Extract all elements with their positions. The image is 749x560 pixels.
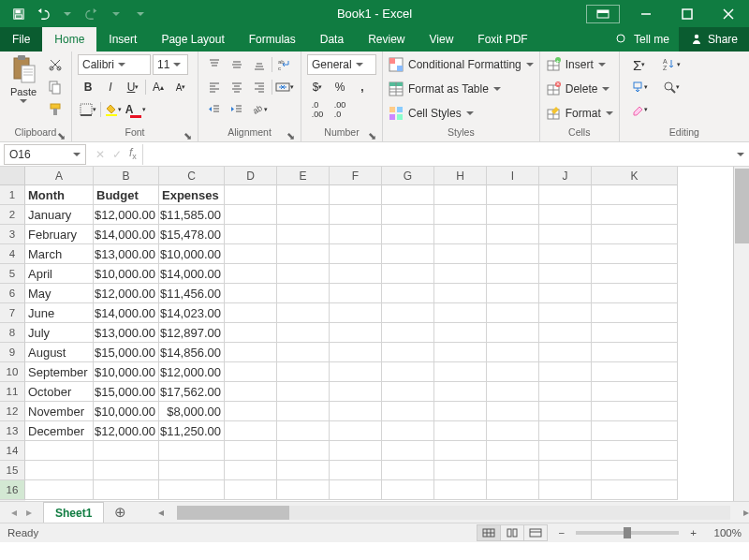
- cell-F14[interactable]: [330, 441, 382, 461]
- ribbon-display-options[interactable]: [586, 5, 620, 23]
- clear-button[interactable]: ▾: [625, 99, 654, 120]
- cell-G15[interactable]: [382, 461, 434, 480]
- cell-F10[interactable]: [330, 362, 382, 382]
- cell-I6[interactable]: [487, 284, 539, 303]
- cell-I13[interactable]: [487, 421, 539, 441]
- tab-data[interactable]: Data: [308, 27, 356, 52]
- cell-K16[interactable]: [592, 480, 678, 500]
- cell-F5[interactable]: [330, 264, 382, 284]
- cell-B12[interactable]: $10,000.00: [94, 402, 159, 421]
- cell-H7[interactable]: [434, 303, 487, 323]
- cell-E11[interactable]: [277, 382, 330, 402]
- cell-C12[interactable]: $8,000.00: [159, 402, 225, 421]
- cell-D15[interactable]: [225, 461, 277, 480]
- cell-G5[interactable]: [382, 264, 434, 284]
- decrease-decimal-button[interactable]: .00.0: [330, 99, 350, 120]
- horizontal-scrollbar[interactable]: [177, 506, 730, 520]
- tab-insert[interactable]: Insert: [96, 27, 149, 52]
- accounting-format-button[interactable]: $▾: [307, 77, 328, 97]
- cell-E4[interactable]: [277, 244, 330, 264]
- cell-F7[interactable]: [330, 303, 382, 323]
- cell-D1[interactable]: [225, 185, 277, 205]
- increase-decimal-button[interactable]: .0.00: [307, 99, 328, 120]
- col-header-C[interactable]: C: [159, 167, 225, 185]
- col-header-I[interactable]: I: [487, 167, 539, 185]
- delete-cells-button[interactable]: × Delete: [546, 79, 610, 99]
- cell-K7[interactable]: [592, 303, 678, 323]
- copy-button[interactable]: [45, 77, 66, 97]
- cell-C7[interactable]: $14,023.00: [159, 303, 225, 323]
- cell-F2[interactable]: [330, 205, 382, 225]
- cell-C16[interactable]: [159, 480, 225, 500]
- vertical-scrollbar[interactable]: [733, 167, 749, 501]
- cell-H14[interactable]: [434, 441, 487, 461]
- cell-J2[interactable]: [539, 205, 592, 225]
- cell-K9[interactable]: [592, 343, 678, 362]
- cell-B5[interactable]: $10,000.00: [94, 264, 159, 284]
- cell-G12[interactable]: [382, 402, 434, 421]
- align-middle-button[interactable]: [227, 54, 247, 75]
- row-header-10[interactable]: 10: [0, 362, 25, 382]
- sheet-nav-next[interactable]: ▸: [22, 506, 36, 519]
- cell-J16[interactable]: [539, 480, 592, 500]
- tab-view[interactable]: View: [418, 27, 466, 52]
- cell-B7[interactable]: $14,000.00: [94, 303, 159, 323]
- cell-H10[interactable]: [434, 362, 487, 382]
- cut-button[interactable]: [45, 54, 66, 75]
- add-sheet-button[interactable]: ⊕: [110, 502, 130, 523]
- cell-K11[interactable]: [592, 382, 678, 402]
- cell-H5[interactable]: [434, 264, 487, 284]
- cell-E16[interactable]: [277, 480, 330, 500]
- cell-H4[interactable]: [434, 244, 487, 264]
- cell-G2[interactable]: [382, 205, 434, 225]
- cell-D6[interactable]: [225, 284, 277, 303]
- cell-D9[interactable]: [225, 343, 277, 362]
- formula-input[interactable]: [143, 144, 732, 165]
- number-launcher[interactable]: ⬊: [367, 130, 376, 140]
- cell-A3[interactable]: February: [25, 225, 94, 244]
- cell-G3[interactable]: [382, 225, 434, 244]
- clipboard-launcher[interactable]: ⬊: [56, 130, 66, 140]
- font-color-button[interactable]: A▾: [125, 99, 146, 120]
- cell-D3[interactable]: [225, 225, 277, 244]
- zoom-in-button[interactable]: +: [686, 527, 700, 538]
- cell-F6[interactable]: [330, 284, 382, 303]
- cell-D7[interactable]: [225, 303, 277, 323]
- cell-I16[interactable]: [487, 480, 539, 500]
- cell-A12[interactable]: November: [25, 402, 94, 421]
- bold-button[interactable]: B: [78, 77, 98, 97]
- cell-K5[interactable]: [592, 264, 678, 284]
- col-header-K[interactable]: K: [592, 167, 678, 185]
- cell-B3[interactable]: $14,000.00: [94, 225, 159, 244]
- cell-A14[interactable]: [25, 441, 94, 461]
- cell-D11[interactable]: [225, 382, 277, 402]
- row-header-11[interactable]: 11: [0, 382, 25, 402]
- cell-I8[interactable]: [487, 323, 539, 343]
- align-top-button[interactable]: [204, 54, 225, 75]
- merge-center-button[interactable]: ▾: [274, 77, 295, 97]
- cell-B1[interactable]: Budget: [94, 185, 159, 205]
- hscroll-left[interactable]: ◂: [158, 506, 164, 519]
- cell-styles-button[interactable]: Cell Styles: [389, 103, 474, 124]
- cell-G13[interactable]: [382, 421, 434, 441]
- format-cells-button[interactable]: Format: [546, 103, 613, 124]
- col-header-A[interactable]: A: [25, 167, 94, 185]
- cell-J7[interactable]: [539, 303, 592, 323]
- cell-E8[interactable]: [277, 323, 330, 343]
- cell-I11[interactable]: [487, 382, 539, 402]
- cell-D12[interactable]: [225, 402, 277, 421]
- tab-page-layout[interactable]: Page Layout: [149, 27, 236, 52]
- cell-H9[interactable]: [434, 343, 487, 362]
- tab-home[interactable]: Home: [42, 27, 96, 52]
- cell-A2[interactable]: January: [25, 205, 94, 225]
- cell-I10[interactable]: [487, 362, 539, 382]
- row-header-15[interactable]: 15: [0, 461, 25, 480]
- page-layout-view-button[interactable]: [500, 524, 524, 541]
- sort-filter-button[interactable]: AZ▾: [657, 54, 685, 75]
- cells[interactable]: MonthBudgetExpensesJanuary$12,000.00$11,…: [25, 185, 733, 500]
- cell-A1[interactable]: Month: [25, 185, 94, 205]
- cell-B6[interactable]: $12,000.00: [94, 284, 159, 303]
- cell-G11[interactable]: [382, 382, 434, 402]
- orientation-button[interactable]: ab▾: [249, 99, 270, 120]
- cell-E10[interactable]: [277, 362, 330, 382]
